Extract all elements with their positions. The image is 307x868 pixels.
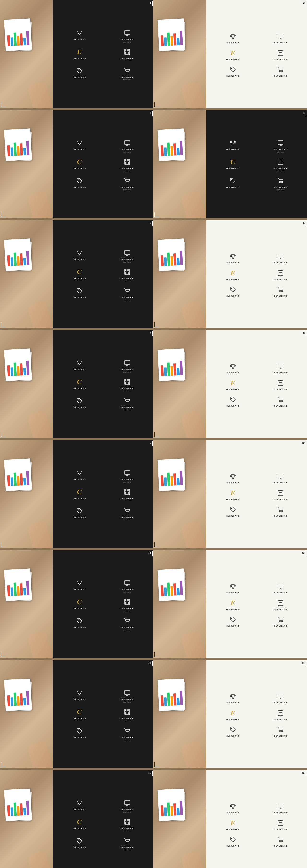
row-1: 1	[0, 0, 307, 108]
work-label-1-4: OUR WORK 4	[121, 57, 134, 59]
separator-7	[0, 768, 307, 770]
card-number-4: 4	[303, 112, 305, 114]
work-label-2-4: OUR WORK 4	[274, 58, 287, 61]
separator-2	[0, 218, 307, 220]
card-number-7: 7	[150, 332, 151, 334]
monitor-icon	[123, 29, 131, 37]
card-number-10: 10	[302, 441, 305, 444]
separator-4	[0, 438, 307, 440]
separator-3	[0, 328, 307, 330]
card-number-15: 15	[148, 771, 151, 774]
card-image-3	[0, 110, 53, 218]
work-label-2-1: OUR WORK 1	[227, 42, 239, 44]
card-2: 2	[154, 0, 307, 108]
work-sublabel-1-4: TEXT HERE	[123, 60, 131, 62]
card-8: 8 OUR WORK 1 OUR WORK 2 EOUR WORK 3 OUR …	[154, 330, 307, 438]
work-item-2-1: OUR WORK 1	[210, 31, 256, 45]
cart-icon	[123, 66, 131, 75]
card-3: 3	[0, 110, 154, 218]
brand-icon-2: E	[229, 49, 237, 57]
row-3: 5 OUR WORK 1 OUR WORK 2TEXT HERE COUR WO…	[0, 220, 307, 328]
separator-6	[0, 658, 307, 660]
monitor-icon-2	[276, 32, 285, 41]
separator-5	[0, 548, 307, 550]
work-item-1-2: OUR WORK 2 TEXT HERE	[104, 27, 150, 44]
work-label-1-2: OUR WORK 2	[121, 38, 134, 40]
work-item-1-6: OUR WORK 6 TEXT HERE	[104, 65, 150, 82]
card-15: 15 OUR WORK 1 OUR WORK 2TEXT HERE COUR W…	[0, 770, 154, 868]
card-number-16: 16	[302, 771, 305, 774]
work-label-2-5: OUR WORK 5	[227, 75, 239, 77]
card-10: 10 OUR WORK 1 OUR WORK 2 EOUR WORK 3 OUR…	[154, 440, 307, 548]
work-item-1-5: OUR WORK 5	[56, 65, 102, 82]
card-number-3: 3	[150, 112, 151, 114]
work-item-2-2: OUR WORK 2	[258, 31, 303, 45]
card-number-6: 6	[303, 221, 305, 224]
work-sublabel-1-2: TEXT HERE	[123, 41, 131, 43]
work-label-2-2: OUR WORK 2	[274, 42, 287, 44]
work-item-2-3: E OUR WORK 3	[210, 47, 256, 62]
card-number-9: 9	[150, 441, 151, 444]
card-6: 6 OUR WORK 1 OUR WORK 2 EOUR WORK 3 OUR …	[154, 220, 307, 328]
row-5: 9 OUR WORK 1 OUR WORK 2TEXT HERE COUR WO…	[0, 440, 307, 548]
card-number-8: 8	[303, 332, 305, 334]
card-content-2: OUR WORK 1 OUR WORK 2 E OUR WORK 3 OUR W…	[206, 0, 307, 108]
card-14: 14 OUR WORK 1 OUR WORK 2 EOUR WORK 3 OUR…	[154, 660, 307, 768]
card-number-14: 14	[302, 661, 305, 664]
work-label-1-1: OUR WORK 1	[73, 38, 86, 40]
card-number-13: 13	[148, 661, 151, 664]
work-item-1-4: OUR WORK 4 TEXT HERE	[104, 46, 150, 63]
card-image-2	[154, 0, 206, 108]
card-13: 13 OUR WORK 1 OUR WORK 2TEXT HERE COUR W…	[0, 660, 154, 768]
card-5: 5 OUR WORK 1 OUR WORK 2TEXT HERE COUR WO…	[0, 220, 154, 328]
card-7: 7 OUR WORK 1 OUR WORK 2TEXT HERE COUR WO…	[0, 330, 154, 438]
card-12: 12 OUR WORK 1 OUR WORK 2 EOUR WORK 3 OUR…	[154, 550, 307, 658]
card-4: 4 OUR WORK 1 OUR WORK 2TEXT HERE COUR WO…	[154, 110, 307, 218]
row-4: 7 OUR WORK 1 OUR WORK 2TEXT HERE COUR WO…	[0, 330, 307, 438]
tag-icon-2	[229, 65, 237, 74]
trophy-icon	[75, 29, 84, 37]
work-item-2-5: OUR WORK 5	[210, 64, 256, 79]
card-content-1: OUR WORK 1 OUR WORK 2 TEXT HERE E OUR WO…	[53, 0, 154, 108]
work-label-1-6: OUR WORK 6	[121, 76, 134, 78]
cart-icon-2	[276, 65, 285, 74]
floppy-icon-2	[276, 49, 285, 57]
card-9: 9 OUR WORK 1 OUR WORK 2TEXT HERE COUR WO…	[0, 440, 154, 548]
row-2: 3	[0, 110, 307, 218]
card-number-12: 12	[302, 552, 305, 554]
work-sublabel-1-6: TEXT HERE	[123, 79, 131, 81]
separator-1	[0, 108, 307, 110]
card-number-1: 1	[150, 1, 151, 4]
card-number-11: 11	[148, 552, 151, 554]
row-7: 13 OUR WORK 1 OUR WORK 2TEXT HERE COUR W…	[0, 660, 307, 768]
card-1: 1	[0, 0, 154, 108]
work-label-1-3: OUR WORK 3	[73, 57, 86, 59]
tag-icon	[75, 66, 84, 75]
work-item-2-4: OUR WORK 4	[258, 47, 303, 62]
work-item-2-6: OUR WORK 6	[258, 64, 303, 79]
card-content-3: OUR WORK 1 OUR WORK 2TEXT HERE COUR WORK…	[53, 110, 154, 218]
work-item-1-3: E OUR WORK 3	[56, 46, 102, 63]
work-item-1-1: OUR WORK 1	[56, 27, 102, 44]
card-image-1	[0, 0, 53, 108]
work-label-1-5: OUR WORK 5	[73, 76, 86, 78]
brand-icon-1: E	[75, 48, 84, 56]
row-8: 15 OUR WORK 1 OUR WORK 2TEXT HERE COUR W…	[0, 770, 307, 868]
row-6: 11 OUR WORK 1 OUR WORK 2TEXT HERE COUR W…	[0, 550, 307, 658]
card-16: 16 OUR WORK 1 OUR WORK 2 EOUR WORK 3 OUR…	[154, 770, 307, 868]
card-11: 11 OUR WORK 1 OUR WORK 2TEXT HERE COUR W…	[0, 550, 154, 658]
card-number-5: 5	[150, 221, 151, 224]
trophy-icon-2	[229, 32, 237, 41]
card-number-2: 2	[303, 1, 305, 4]
work-label-2-6: OUR WORK 6	[274, 75, 287, 77]
work-label-2-3: OUR WORK 3	[227, 58, 239, 61]
floppy-icon	[123, 48, 131, 56]
